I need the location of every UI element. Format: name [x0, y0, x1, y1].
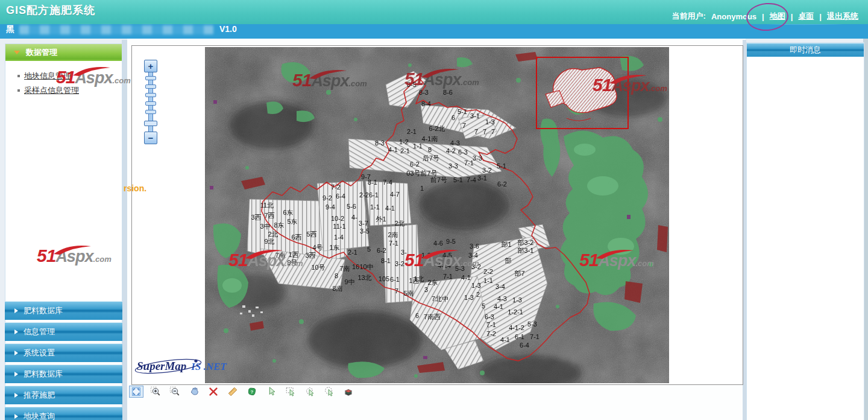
svg-text:6-1: 6-1 [390, 276, 400, 283]
svg-text:8-1: 8-1 [381, 257, 391, 264]
instant-message-title: 即时消息 [790, 45, 821, 56]
separator: | [791, 12, 793, 21]
accordion-label: 肥料数据库 [24, 369, 63, 380]
svg-text:10-2: 10-2 [331, 215, 344, 222]
svg-text:6-3: 6-3 [485, 313, 494, 320]
svg-text:7-4: 7-4 [467, 176, 476, 183]
sidebar-item-sample-point-info[interactable]: 采样点信息管理 [17, 85, 122, 96]
svg-text:5: 5 [482, 302, 485, 310]
svg-text:7-1: 7-1 [443, 273, 453, 280]
svg-text:8-4: 8-4 [421, 100, 431, 107]
svg-text:4-2: 4-2 [446, 147, 456, 154]
clear-icon[interactable] [206, 386, 221, 398]
svg-text:6西: 6西 [291, 234, 301, 241]
svg-text:1-2: 1-2 [399, 138, 409, 145]
chevron-down-icon [14, 51, 20, 54]
zoom-level-tick[interactable] [145, 93, 156, 97]
svg-text:9-4: 9-4 [326, 203, 335, 211]
svg-text:9-2: 9-2 [322, 194, 332, 202]
accordion-system-settings[interactable]: 系统设置 [5, 343, 122, 362]
accordion-information-management[interactable]: 信息管理 [5, 322, 122, 341]
instant-message-header[interactable]: 即时消息 [747, 43, 864, 57]
svg-text:外1: 外1 [376, 215, 386, 223]
svg-text:9中: 9中 [344, 278, 354, 285]
sidebar-accordion: 肥料数据库 信息管理 系统设置 肥料数据库 推荐施肥 地块查询 [5, 301, 122, 420]
chevron-right-icon [14, 351, 18, 355]
map-zoom-out-button[interactable]: − [144, 132, 157, 144]
svg-text:1-1: 1-1 [413, 142, 423, 150]
zoom-level-tick[interactable] [145, 110, 156, 114]
svg-text:6东: 6东 [283, 209, 293, 216]
zoom-slider-handle[interactable] [144, 121, 157, 126]
query-area-icon[interactable]: ? [245, 386, 259, 398]
svg-text:2-1: 2-1 [407, 128, 417, 135]
select-circle-icon[interactable] [322, 386, 336, 398]
svg-text:4-5: 4-5 [442, 252, 452, 259]
svg-text:3-: 3- [401, 249, 407, 256]
map-canvas[interactable]: 8-58-38-68-45-163-11-377776-2北2-14-1南8-3… [205, 47, 669, 383]
svg-text:部3-1: 部3-1 [518, 247, 534, 254]
zoom-level-tick[interactable] [145, 101, 156, 106]
svg-text:8-3: 8-3 [419, 89, 429, 96]
svg-text:4-1: 4-1 [385, 205, 395, 212]
svg-text:1-3: 1-3 [471, 282, 481, 289]
svg-text:6-4: 6-4 [520, 342, 529, 349]
accordion-plot-query[interactable]: 地块查询 [5, 407, 122, 420]
select-rectangle-icon[interactable] [283, 386, 298, 398]
pan-hand-icon[interactable] [187, 386, 201, 398]
sidebar-item-label[interactable]: 采样点信息管理 [24, 85, 79, 96]
svg-text:5: 5 [367, 246, 371, 253]
isnet-wordmark: IS .NET [191, 361, 227, 372]
select-polygon-icon[interactable] [303, 386, 317, 398]
svg-text:7: 7 [462, 122, 466, 129]
svg-text:4-1南: 4-1南 [422, 135, 438, 142]
watermark-51aspx: 51Aspx.com [37, 246, 112, 266]
svg-text:6-2: 6-2 [377, 247, 386, 254]
map-toolbar: ? [129, 386, 356, 398]
svg-text:7-1: 7-1 [530, 333, 539, 340]
svg-text:13北: 13北 [357, 274, 371, 281]
sidebar-section-data-management[interactable]: 数据管理 [5, 44, 122, 61]
svg-text:4-14: 4-14 [438, 262, 451, 269]
trial-version-text: rsion. [124, 183, 146, 193]
svg-text:9北: 9北 [264, 238, 274, 245]
accordion-label: 肥料数据库 [24, 305, 63, 316]
accordion-label: 信息管理 [24, 326, 55, 337]
svg-text:3-2: 3-2 [471, 263, 481, 270]
svg-text:2北: 2北 [268, 231, 278, 238]
svg-text:3西: 3西 [305, 252, 315, 259]
sidebar-item-label[interactable]: 地块信息管理 [24, 71, 71, 81]
app-title: GIS配方施肥系统 [6, 3, 95, 18]
zoom-out-icon[interactable] [168, 386, 182, 398]
svg-text:5-1: 5-1 [458, 108, 467, 115]
svg-text:11-1: 11-1 [333, 223, 345, 230]
svg-text:3-3: 3-3 [448, 162, 458, 170]
svg-text:10号: 10号 [311, 264, 325, 271]
svg-text:3-4: 3-4 [468, 252, 478, 259]
map-zoom-in-button[interactable]: + [144, 60, 157, 72]
accordion-fertilizer-database[interactable]: 肥料数据库 [5, 301, 122, 320]
nav-link-logout[interactable]: 退出系统 [827, 11, 858, 22]
svg-text:2北: 2北 [394, 220, 404, 227]
svg-text:3-2: 3-2 [482, 167, 492, 174]
svg-text:2-1: 2-1 [400, 147, 410, 154]
zoom-level-tick[interactable] [145, 84, 156, 89]
sidebar-item-plot-info[interactable]: 地块信息管理 [17, 71, 122, 81]
layers-icon[interactable] [341, 386, 356, 398]
measure-distance-icon[interactable] [225, 386, 240, 398]
nav-link-map[interactable]: 地图 [770, 11, 785, 22]
svg-text:11北: 11北 [260, 202, 274, 209]
accordion-fertilizer-database-2[interactable]: 肥料数据库 [5, 364, 122, 383]
svg-text:7: 7 [483, 128, 486, 135]
svg-text:8南: 8南 [332, 285, 342, 292]
full-extent-icon[interactable] [129, 386, 143, 398]
svg-text:5东: 5东 [287, 218, 297, 225]
svg-text:7南: 7南 [339, 265, 350, 272]
supermap-logo: SuperMapIS .NET [137, 360, 227, 373]
svg-text:6-3: 6-3 [458, 148, 468, 156]
nav-link-desktop[interactable]: 桌面 [798, 11, 814, 22]
select-arrow-icon[interactable] [264, 386, 278, 398]
zoom-in-icon[interactable] [148, 386, 163, 398]
zoom-level-tick[interactable] [145, 76, 156, 80]
accordion-recommended-fertilization[interactable]: 推荐施肥 [5, 386, 122, 404]
